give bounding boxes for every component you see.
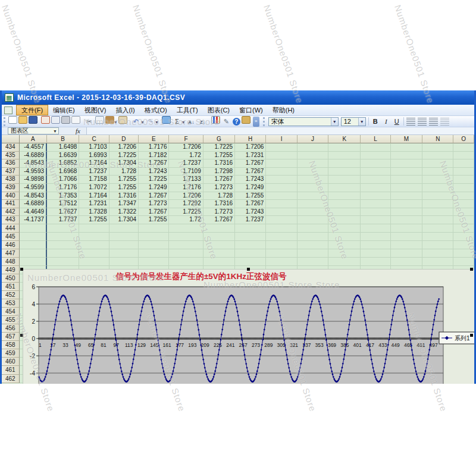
cell-E441[interactable]: 1.7273 [139, 200, 169, 208]
name-box[interactable]: 图表区 ▼ [8, 127, 59, 134]
chart-wizard-icon[interactable] [211, 116, 220, 124]
cell-H442[interactable]: 1.7243 [235, 208, 266, 217]
cell-J448[interactable] [298, 258, 328, 266]
cell-I443[interactable] [266, 216, 297, 224]
redo-icon[interactable]: ↷ [145, 117, 155, 126]
cell-A441[interactable]: -4.6889 [20, 200, 47, 208]
cell-B448[interactable] [47, 258, 79, 266]
cell-B439[interactable]: 1.7176 [47, 184, 79, 192]
cell-N435[interactable] [422, 152, 453, 160]
cell-O440[interactable] [453, 192, 474, 201]
title-bar[interactable]: ▦ Microsoft Excel - 2015-12-03-16-39-DAQ… [2, 90, 474, 105]
cell-C435[interactable]: 1.6993 [79, 152, 109, 160]
autosum-icon-dropdown[interactable]: ▼ [181, 120, 186, 124]
bold-button[interactable]: B [371, 117, 380, 126]
cell-H444[interactable] [235, 224, 266, 233]
cell-M436[interactable] [391, 159, 422, 168]
cell-A448[interactable] [20, 258, 47, 266]
cell-A447[interactable] [20, 249, 47, 258]
column-header-B[interactable]: B [47, 135, 79, 143]
cell-H436[interactable]: 1.7267 [235, 159, 266, 168]
cell-K448[interactable] [328, 258, 361, 266]
column-header-J[interactable]: J [298, 135, 328, 143]
cell-I434[interactable] [266, 143, 297, 152]
cell-M448[interactable] [391, 258, 422, 266]
cell-F447[interactable] [169, 249, 203, 258]
row-header-445[interactable]: 445 [2, 233, 20, 241]
cell-H441[interactable]: 1.7267 [235, 200, 266, 208]
row-header-441[interactable]: 441 [2, 200, 20, 208]
cell-G440[interactable]: 1.728 [203, 192, 235, 201]
column-header-C[interactable]: C [79, 135, 109, 143]
chart-selection-handle[interactable] [247, 268, 250, 271]
cell-F439[interactable]: 1.7176 [169, 184, 203, 192]
cell-D437[interactable]: 1.728 [109, 168, 139, 176]
cell-B444[interactable] [47, 224, 79, 233]
chart-selection-handle[interactable] [470, 334, 473, 337]
cell-C446[interactable] [79, 241, 109, 249]
cell-A442[interactable]: -4.4649 [20, 208, 47, 217]
cell-H443[interactable]: 1.7237 [235, 216, 266, 224]
chart-selection-handle[interactable] [20, 334, 23, 337]
cell-B443[interactable]: 1.7737 [47, 216, 79, 224]
cell-J447[interactable] [298, 249, 328, 258]
cell-E439[interactable]: 1.7249 [139, 184, 169, 192]
cell-I446[interactable] [266, 241, 297, 249]
chart-selection-handle[interactable] [470, 268, 473, 271]
help-icon[interactable]: ? [233, 118, 240, 126]
row-header-449[interactable]: 449 [2, 266, 20, 274]
column-header-I[interactable]: I [266, 135, 297, 143]
cell-D445[interactable] [109, 233, 139, 241]
cell-G439[interactable]: 1.7273 [203, 184, 235, 192]
column-header-E[interactable]: E [139, 135, 169, 143]
cell-K444[interactable] [328, 224, 361, 233]
cell-L442[interactable] [361, 208, 390, 217]
menu-item-view[interactable]: 视图(V) [80, 105, 111, 115]
cell-E445[interactable] [139, 233, 169, 241]
cell-J441[interactable] [298, 200, 328, 208]
cell-I447[interactable] [266, 249, 297, 258]
merge-center-icon[interactable] [440, 118, 449, 126]
row-header-462[interactable]: 462 [2, 375, 20, 383]
cell-L444[interactable] [361, 224, 390, 233]
row-header-442[interactable]: 442 [2, 208, 20, 217]
cell-N443[interactable] [422, 216, 453, 224]
toolbar-options-icon[interactable]: » [253, 117, 259, 127]
open-folder-icon[interactable] [18, 116, 27, 124]
cell-D448[interactable] [109, 258, 139, 266]
row-header-443[interactable]: 443 [2, 216, 20, 224]
cell-F445[interactable] [169, 233, 203, 241]
cell-A440[interactable]: -4.8543 [20, 192, 47, 201]
undo-icon[interactable]: ↶ [131, 117, 141, 126]
cell-K447[interactable] [328, 249, 361, 258]
cell-E447[interactable] [139, 249, 169, 258]
row-header-456[interactable]: 456 [2, 324, 20, 333]
cell-G444[interactable] [203, 224, 235, 233]
cell-B442[interactable]: 1.7627 [47, 208, 79, 217]
cell-O445[interactable] [453, 233, 474, 241]
cell-I438[interactable] [266, 176, 297, 184]
cell-E448[interactable] [139, 258, 169, 266]
menu-item-tools[interactable]: 工具(T) [172, 105, 203, 115]
cell-G435[interactable]: 1.7255 [203, 152, 235, 160]
cell-F441[interactable]: 1.7292 [169, 200, 203, 208]
cell-K446[interactable] [328, 241, 361, 249]
menu-item-edit[interactable]: 编辑(E) [48, 105, 80, 115]
cell-K434[interactable] [328, 143, 361, 152]
cell-L438[interactable] [361, 176, 390, 184]
row-header-457[interactable]: 457 [2, 333, 20, 341]
cell-E440[interactable]: 1.7267 [139, 192, 169, 201]
cell-B447[interactable] [47, 249, 79, 258]
cell-M438[interactable] [391, 176, 422, 184]
menu-item-chart[interactable]: 图表(C) [203, 105, 234, 115]
cell-J435[interactable] [298, 152, 328, 160]
cell-L445[interactable] [361, 233, 390, 241]
cell-K441[interactable] [328, 200, 361, 208]
cell-I442[interactable] [266, 208, 297, 217]
cell-B441[interactable]: 1.7512 [47, 200, 79, 208]
cell-L439[interactable] [361, 184, 390, 192]
cell-C443[interactable]: 1.7255 [79, 216, 109, 224]
cell-E442[interactable]: 1.7267 [139, 208, 169, 217]
cell-L446[interactable] [361, 241, 390, 249]
select-all-corner[interactable] [2, 135, 20, 143]
